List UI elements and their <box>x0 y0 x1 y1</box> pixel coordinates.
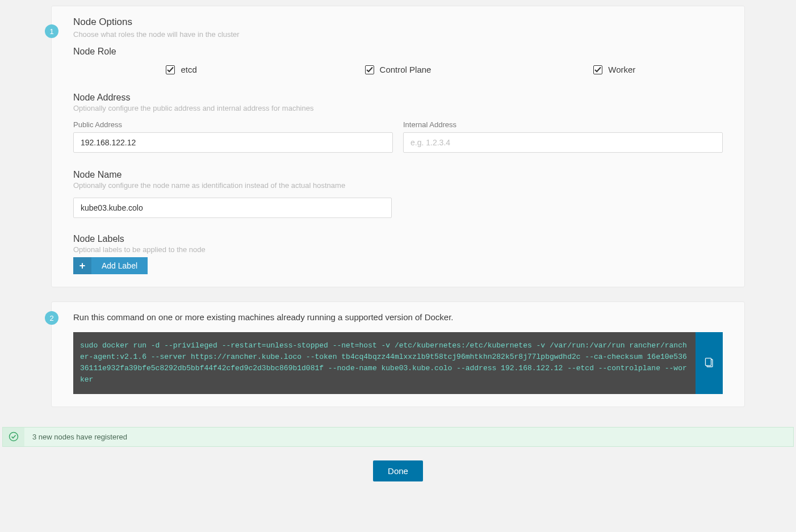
clipboard-icon <box>705 358 714 368</box>
command-code[interactable]: sudo docker run -d --privileged --restar… <box>73 332 696 394</box>
node-options-panel: 1 Node Options Choose what roles the nod… <box>51 6 745 287</box>
copy-button[interactable] <box>696 332 723 394</box>
svg-rect-1 <box>706 358 711 366</box>
command-intro: Run this command on one or more existing… <box>73 312 723 322</box>
node-name-heading: Node Name <box>73 170 723 180</box>
add-label-button[interactable]: + Add Label <box>73 257 148 274</box>
node-options-title: Node Options <box>73 16 723 28</box>
node-address-subtitle: Optionally configure the public address … <box>73 104 723 112</box>
node-labels-heading: Node Labels <box>73 234 723 244</box>
role-etcd-label: etcd <box>181 65 196 74</box>
plus-icon: + <box>73 257 91 274</box>
role-worker-label: Worker <box>608 65 635 74</box>
role-etcd[interactable]: etcd <box>73 65 290 74</box>
node-role-row: etcd Control Plane Worker <box>73 65 723 74</box>
node-address-heading: Node Address <box>73 93 723 103</box>
node-name-input[interactable] <box>73 198 392 218</box>
checkbox-icon <box>365 65 374 74</box>
step-1-badge: 1 <box>45 24 58 38</box>
main-content: 1 Node Options Choose what roles the nod… <box>0 0 796 427</box>
node-labels-subtitle: Optional labels to be applied to the nod… <box>73 245 723 254</box>
node-name-subtitle: Optionally configure the node name as id… <box>73 181 723 190</box>
done-button[interactable]: Done <box>373 460 423 481</box>
command-panel: 2 Run this command on one or more existi… <box>51 301 745 407</box>
public-address-label: Public Address <box>73 120 393 129</box>
registration-notice: 3 new nodes have registered <box>2 427 794 447</box>
node-address-row: Public Address Internal Address <box>73 120 723 153</box>
role-control-plane-label: Control Plane <box>380 65 431 74</box>
role-control-plane[interactable]: Control Plane <box>290 65 506 74</box>
command-row: sudo docker run -d --privileged --restar… <box>73 332 723 394</box>
internal-address-input[interactable] <box>403 132 723 153</box>
checkbox-icon <box>593 65 602 74</box>
node-options-subtitle: Choose what roles the node will have in … <box>73 30 723 39</box>
notice-message: 3 new nodes have registered <box>24 428 135 446</box>
step-2-badge: 2 <box>45 311 58 325</box>
svg-point-2 <box>10 433 18 441</box>
add-label-button-text: Add Label <box>91 257 148 274</box>
checkbox-icon <box>166 65 175 74</box>
public-address-input[interactable] <box>73 132 393 153</box>
role-worker[interactable]: Worker <box>506 65 723 74</box>
internal-address-label: Internal Address <box>403 120 723 129</box>
node-role-heading: Node Role <box>73 47 723 57</box>
success-icon <box>3 428 24 446</box>
